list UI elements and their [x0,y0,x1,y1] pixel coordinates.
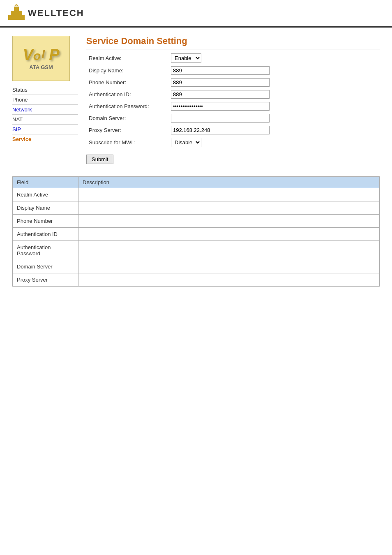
row-field-realm: Realm Active [13,188,78,201]
row-field-display: Display Name [13,201,78,215]
row-desc-authpw [78,241,380,260]
phone-number-input[interactable] [171,78,270,87]
sidebar: VoIP ATA GSM Status Phone Network NAT SI… [12,36,78,164]
svg-rect-3 [8,15,12,20]
ata-gsm-label: ATA GSM [29,64,53,70]
info-table-header-desc: Description [78,177,380,188]
svg-rect-4 [21,15,25,20]
auth-password-input[interactable] [171,102,270,111]
proxy-server-input[interactable] [171,126,270,134]
row-field-proxy: Proxy Server [13,273,78,287]
row-field-authid: Authentication ID [13,228,78,241]
row-desc-proxy [78,273,380,287]
auth-password-label: Authentication Password: [86,100,168,112]
row-desc-display [78,201,380,215]
row-field-authpw: Authentication Password [13,241,78,260]
logo-text: WELLTECH [28,8,84,18]
display-name-input[interactable] [171,66,270,75]
row-desc-domain [78,260,380,273]
logo: WELLTECH [7,3,84,23]
table-row: Realm Active [13,188,380,201]
voip-logo-text: VoIP [23,47,59,62]
sidebar-item-service[interactable]: Service [12,134,78,144]
subscribe-mwi-select[interactable]: Disable Enable [171,138,201,147]
table-row: Authentication ID [13,228,380,241]
sidebar-item-sip[interactable]: SIP [12,125,78,134]
table-row: Domain Server [13,260,380,273]
sidebar-item-network[interactable]: Network [12,105,78,115]
auth-id-input[interactable] [171,90,270,99]
bottom-section: Field Description Realm Active Display N… [0,172,392,291]
info-table-header-field: Field [13,177,78,188]
realm-active-label: Realm Active: [86,52,168,65]
sidebar-nav: Status Phone Network NAT SIP Service [12,85,78,144]
form-table: Realm Active: Enable Disable Display Nam… [86,52,380,149]
sidebar-item-nat[interactable]: NAT [12,115,78,125]
table-row: Authentication Password [13,241,380,260]
subscribe-mwi-label: Subscribe for MWI : [86,136,168,149]
row-desc-phone [78,215,380,228]
table-row: Proxy Server [13,273,380,287]
logo-icon [7,3,26,23]
form-title: Service Domain Setting [86,36,380,49]
row-field-phone: Phone Number [13,215,78,228]
display-name-label: Display Name: [86,65,168,76]
header: WELLTECH [0,0,392,28]
realm-active-select[interactable]: Enable Disable [171,53,201,63]
row-desc-authid [78,228,380,241]
auth-id-label: Authentication ID: [86,88,168,100]
info-table: Field Description Realm Active Display N… [12,176,380,287]
domain-server-input[interactable] [171,114,270,123]
row-field-domain: Domain Server [13,260,78,273]
main-content: VoIP ATA GSM Status Phone Network NAT SI… [0,28,392,172]
form-area: Service Domain Setting Realm Active: Ena… [86,36,380,164]
sidebar-item-status[interactable]: Status [12,85,78,95]
svg-rect-0 [14,7,19,20]
sidebar-logo: VoIP ATA GSM [12,36,70,81]
table-row: Phone Number [13,215,380,228]
row-desc-realm [78,188,380,201]
table-row: Display Name [13,201,380,215]
phone-number-label: Phone Number: [86,76,168,88]
proxy-server-label: Proxy Server: [86,124,168,136]
footer [0,299,392,299]
sidebar-item-phone[interactable]: Phone [12,95,78,105]
domain-server-label: Domain Server: [86,112,168,124]
submit-button[interactable]: Submit [86,155,113,164]
